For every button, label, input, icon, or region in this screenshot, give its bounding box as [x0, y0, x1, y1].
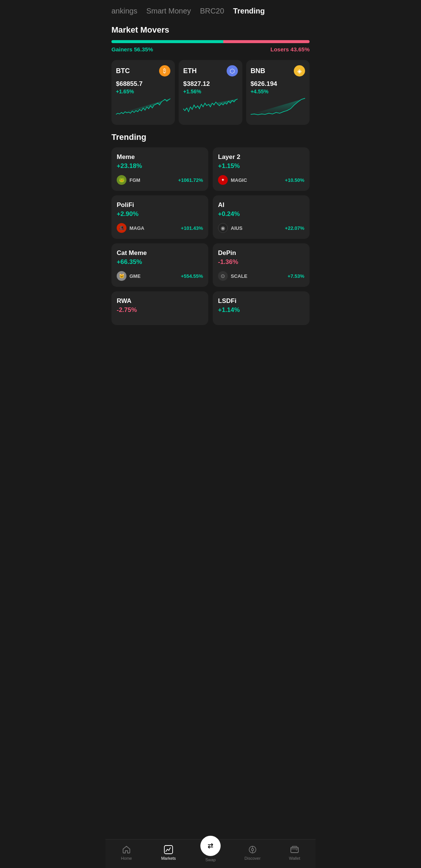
eth-change: +1.56%	[183, 88, 238, 94]
bnb-symbol: BNB	[251, 67, 265, 75]
lsdfi-category: LSDFi	[218, 297, 304, 305]
polifi-category: PoliFi	[117, 201, 203, 209]
ai-change: +0.24%	[218, 210, 304, 218]
trending-layer2[interactable]: Layer 2 +1.15% ✦ MAGIC +10.50%	[213, 147, 310, 191]
main-content: Market Movers Gainers 56.35% Losers 43.6…	[105, 25, 316, 359]
meme-category: Meme	[117, 153, 203, 161]
trending-grid: Meme +23.18% 🐸 FGM +1061.72% Layer 2 +1.…	[111, 147, 310, 325]
maga-change: +101.43%	[181, 225, 203, 231]
depin-change: -1.36%	[218, 258, 304, 266]
magic-name: MAGIC	[231, 177, 282, 183]
catmeme-change: +66.35%	[117, 258, 203, 266]
lsdfi-change: +1.14%	[218, 306, 304, 314]
bnb-card-header: BNB ◈	[251, 65, 305, 76]
markets-icon	[164, 845, 173, 855]
markets-label: Markets	[161, 856, 176, 861]
gme-icon: 🐱	[117, 271, 126, 281]
movers-bar: Gainers 56.35% Losers 43.65%	[111, 40, 310, 52]
btc-price: $68855.7	[116, 80, 170, 88]
fgm-icon: 🐸	[117, 175, 126, 185]
losers-bar	[223, 40, 310, 43]
gme-name: GME	[129, 273, 178, 279]
btc-icon: ₿	[159, 65, 170, 76]
trending-meme[interactable]: Meme +23.18% 🐸 FGM +1061.72%	[111, 147, 208, 191]
eth-price: $3827.12	[183, 80, 238, 88]
movers-bar-track	[111, 40, 310, 43]
bnb-price: $626.194	[251, 80, 305, 88]
aius-icon: ◉	[218, 223, 228, 233]
trending-catmeme[interactable]: Cat Meme +66.35% 🐱 GME +554.55%	[111, 243, 208, 287]
meme-token: 🐸 FGM +1061.72%	[117, 175, 203, 185]
scale-change: +7.53%	[288, 273, 304, 279]
home-label: Home	[121, 856, 132, 861]
bar-labels: Gainers 56.35% Losers 43.65%	[111, 46, 310, 52]
tab-home[interactable]: Home	[115, 845, 138, 861]
eth-symbol: ETH	[183, 67, 197, 75]
aius-name: AIUS	[231, 225, 282, 231]
trending-ai[interactable]: AI +0.24% ◉ AIUS +22.07%	[213, 195, 310, 239]
btc-symbol: BTC	[116, 67, 130, 75]
nav-rankings[interactable]: ankings	[111, 7, 137, 15]
polifi-change: +2.90%	[117, 210, 203, 218]
nav-smart-money[interactable]: Smart Money	[146, 7, 191, 15]
trending-depin[interactable]: DePin -1.36% ⊙ SCALE +7.53%	[213, 243, 310, 287]
maga-icon: 🎩	[117, 223, 126, 233]
home-icon	[122, 845, 131, 855]
aius-change: +22.07%	[285, 225, 304, 231]
losers-label: Losers 43.65%	[271, 46, 310, 52]
svg-point-2	[251, 849, 254, 851]
market-movers-title: Market Movers	[111, 25, 310, 35]
eth-icon: ⬡	[227, 65, 238, 76]
gainers-bar	[111, 40, 223, 43]
btc-chart	[116, 97, 170, 118]
svg-rect-0	[164, 846, 173, 854]
trending-polifi[interactable]: PoliFi +2.90% 🎩 MAGA +101.43%	[111, 195, 208, 239]
eth-chart	[183, 97, 238, 118]
fgm-name: FGM	[129, 177, 175, 183]
rwa-change: -2.75%	[117, 306, 203, 314]
bnb-chart	[251, 97, 305, 118]
depin-category: DePin	[218, 249, 304, 257]
maga-name: MAGA	[129, 225, 178, 231]
nav-trending[interactable]: Trending	[233, 7, 265, 15]
svg-rect-5	[291, 847, 298, 853]
scale-icon: ⊙	[218, 271, 228, 281]
discover-label: Discover	[245, 856, 261, 861]
btc-card[interactable]: BTC ₿ $68855.7 +1.65%	[111, 60, 175, 125]
nav-brc20[interactable]: BRC20	[200, 7, 224, 15]
layer2-token: ✦ MAGIC +10.50%	[218, 175, 304, 185]
scale-name: SCALE	[231, 273, 285, 279]
wallet-icon	[290, 845, 299, 855]
tab-swap[interactable]: Swap	[199, 843, 222, 862]
btc-card-header: BTC ₿	[116, 65, 170, 76]
bottom-navigation: Home Markets Swap Disco	[105, 839, 316, 868]
eth-card[interactable]: ETH ⬡ $3827.12 +1.56%	[179, 60, 242, 125]
layer2-change: +1.15%	[218, 162, 304, 170]
price-cards-container: BTC ₿ $68855.7 +1.65% ETH ⬡ $382	[111, 60, 310, 125]
tab-markets[interactable]: Markets	[157, 845, 180, 861]
bnb-card[interactable]: BNB ◈ $626.194 +4.55%	[246, 60, 310, 125]
catmeme-category: Cat Meme	[117, 249, 203, 257]
gainers-label: Gainers 56.35%	[111, 46, 153, 52]
trending-lsdfi[interactable]: LSDFi +1.14%	[213, 291, 310, 325]
top-navigation: ankings Smart Money BRC20 Trending	[105, 0, 316, 19]
magic-change: +10.50%	[285, 177, 304, 183]
tab-wallet[interactable]: Wallet	[283, 845, 306, 861]
layer2-category: Layer 2	[218, 153, 304, 161]
wallet-label: Wallet	[289, 856, 300, 861]
eth-card-header: ETH ⬡	[183, 65, 238, 76]
meme-change: +23.18%	[117, 162, 203, 170]
btc-change: +1.65%	[116, 88, 170, 94]
tab-discover[interactable]: Discover	[241, 845, 264, 861]
ai-category: AI	[218, 201, 304, 209]
rwa-category: RWA	[117, 297, 203, 305]
trending-title: Trending	[111, 132, 310, 142]
catmeme-token: 🐱 GME +554.55%	[117, 271, 203, 281]
magic-icon: ✦	[218, 175, 228, 185]
bnb-icon: ◈	[294, 65, 305, 76]
swap-button[interactable]	[200, 836, 221, 856]
ai-token: ◉ AIUS +22.07%	[218, 223, 304, 233]
depin-token: ⊙ SCALE +7.53%	[218, 271, 304, 281]
trending-rwa[interactable]: RWA -2.75%	[111, 291, 208, 325]
fgm-change: +1061.72%	[178, 177, 203, 183]
